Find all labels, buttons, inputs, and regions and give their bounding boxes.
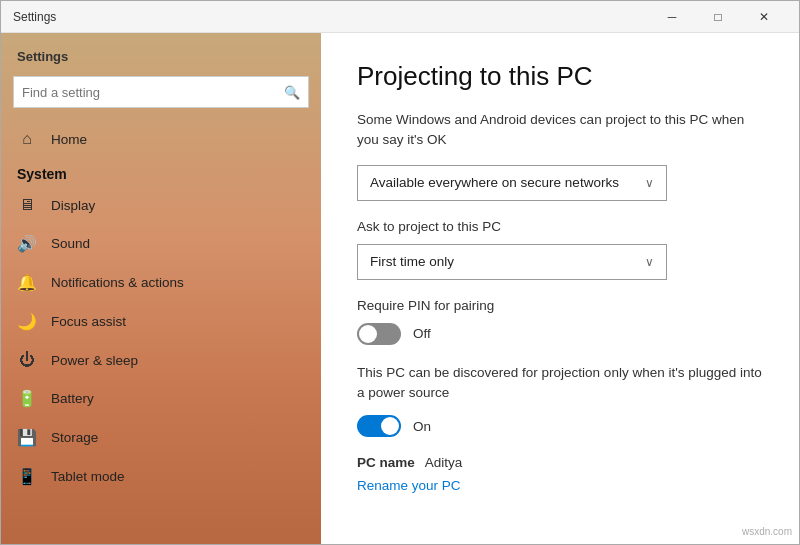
focus-assist-icon: 🌙 [17,312,37,331]
display-icon: 🖥 [17,196,37,214]
pin-toggle[interactable] [357,323,401,345]
close-button[interactable]: ✕ [741,1,787,33]
availability-dropdown-value: Available everywhere on secure networks [370,175,645,190]
sound-icon: 🔊 [17,234,37,253]
sidebar-item-notifications-label: Notifications & actions [51,275,184,290]
sidebar-item-sound[interactable]: 🔊 Sound [1,224,321,263]
ask-project-dropdown-arrow: ∨ [645,255,654,269]
power-sleep-icon: ⏻ [17,351,37,369]
sidebar-section-title: System [1,158,321,186]
sidebar-item-notifications[interactable]: 🔔 Notifications & actions [1,263,321,302]
content-area: Settings 🔍 ⌂ Home System 🖥 Display 🔊 Sou… [1,33,799,544]
battery-icon: 🔋 [17,389,37,408]
ask-project-label: Ask to project to this PC [357,219,763,234]
sidebar-item-battery[interactable]: 🔋 Battery [1,379,321,418]
sidebar-item-home-label: Home [51,132,87,147]
sidebar-item-storage[interactable]: 💾 Storage [1,418,321,457]
sidebar: Settings 🔍 ⌂ Home System 🖥 Display 🔊 Sou… [1,33,321,544]
sidebar-item-focus-assist-label: Focus assist [51,314,126,329]
sidebar-item-sound-label: Sound [51,236,90,251]
pin-toggle-label: Off [413,326,431,341]
power-info-text: This PC can be discovered for projection… [357,363,763,404]
sidebar-item-power-sleep[interactable]: ⏻ Power & sleep [1,341,321,379]
pc-name-value: Aditya [425,455,463,470]
sidebar-header: Settings [1,33,321,72]
watermark: wsxdn.com [742,526,792,537]
pin-label: Require PIN for pairing [357,298,763,313]
main-content: Projecting to this PC Some Windows and A… [321,33,799,544]
search-box[interactable]: 🔍 [13,76,309,108]
page-title: Projecting to this PC [357,61,763,92]
pc-name-label: PC name [357,455,415,470]
power-toggle-label: On [413,419,431,434]
sidebar-item-display-label: Display [51,198,95,213]
description-text: Some Windows and Android devices can pro… [357,110,763,151]
tablet-mode-icon: 📱 [17,467,37,486]
pc-name-row: PC name Aditya [357,455,763,470]
sidebar-item-home[interactable]: ⌂ Home [1,120,321,158]
ask-project-dropdown-value: First time only [370,254,645,269]
notifications-icon: 🔔 [17,273,37,292]
titlebar: Settings ─ □ ✕ [1,1,799,33]
minimize-button[interactable]: ─ [649,1,695,33]
sidebar-item-tablet-mode-label: Tablet mode [51,469,125,484]
ask-project-dropdown[interactable]: First time only ∨ [357,244,667,280]
sidebar-item-storage-label: Storage [51,430,98,445]
rename-pc-link[interactable]: Rename your PC [357,478,461,493]
power-toggle-thumb [381,417,399,435]
sidebar-item-tablet-mode[interactable]: 📱 Tablet mode [1,457,321,496]
home-icon: ⌂ [17,130,37,148]
pin-toggle-row: Off [357,323,763,345]
titlebar-title: Settings [13,10,649,24]
power-toggle[interactable] [357,415,401,437]
pin-toggle-thumb [359,325,377,343]
search-input[interactable] [22,85,284,100]
sidebar-item-focus-assist[interactable]: 🌙 Focus assist [1,302,321,341]
sidebar-item-power-sleep-label: Power & sleep [51,353,138,368]
maximize-button[interactable]: □ [695,1,741,33]
power-toggle-row: On [357,415,763,437]
sidebar-item-battery-label: Battery [51,391,94,406]
settings-window: Settings ─ □ ✕ Settings 🔍 ⌂ Home System … [0,0,800,545]
sidebar-item-display[interactable]: 🖥 Display [1,186,321,224]
availability-dropdown[interactable]: Available everywhere on secure networks … [357,165,667,201]
titlebar-controls: ─ □ ✕ [649,1,787,33]
availability-dropdown-arrow: ∨ [645,176,654,190]
storage-icon: 💾 [17,428,37,447]
search-icon: 🔍 [284,85,300,100]
